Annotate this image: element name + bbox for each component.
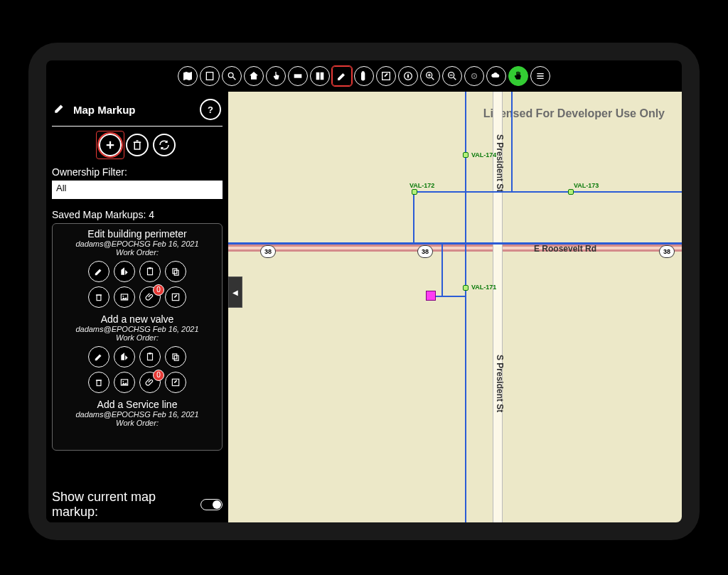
note-button[interactable] — [165, 286, 186, 308]
menu-icon[interactable] — [530, 66, 550, 86]
svg-rect-20 — [134, 142, 140, 149]
svg-line-2 — [232, 77, 235, 80]
markup-item[interactable]: Add a new valve dadams@EPOCHSG Feb 16, 2… — [55, 313, 219, 393]
tablet-frame: Map Markup ? Ownership Filter: All Saved… — [28, 43, 700, 540]
delete-button[interactable] — [88, 286, 109, 308]
svg-line-9 — [432, 77, 434, 80]
search-layer-icon[interactable] — [222, 66, 242, 86]
delete-markup-button[interactable] — [126, 134, 149, 156]
show-current-toggle[interactable] — [200, 499, 223, 510]
image-button[interactable] — [114, 372, 135, 393]
svg-point-30 — [122, 296, 124, 297]
route-shield: 38 — [417, 245, 433, 258]
valve-marker[interactable] — [463, 285, 469, 291]
utility-line — [413, 193, 414, 242]
clipboard-button[interactable] — [139, 346, 161, 367]
pencil-icon — [53, 102, 66, 117]
markup-meta: dadams@EPOCHSG Feb 16, 2021 — [55, 325, 219, 333]
markup-title: Add a new valve — [55, 313, 219, 325]
attachment-badge: 0 — [153, 370, 164, 381]
route-shield: 38 — [659, 245, 675, 258]
copy-button[interactable] — [165, 261, 186, 282]
delete-button[interactable] — [88, 372, 109, 393]
svg-line-12 — [454, 77, 456, 80]
markup-title: Add a Service line — [55, 399, 219, 410]
bookmarks-icon[interactable] — [310, 66, 330, 86]
markup-workorder: Work Order: — [55, 248, 219, 257]
utility-line — [465, 92, 466, 242]
valve-marker[interactable] — [463, 152, 469, 158]
edit-button[interactable] — [88, 346, 109, 367]
svg-rect-26 — [174, 270, 178, 275]
zoom-out-icon[interactable] — [442, 66, 462, 86]
compass-icon[interactable] — [398, 66, 418, 86]
svg-rect-32 — [148, 353, 153, 360]
map-markup-panel: Map Markup ? Ownership Filter: All Saved… — [46, 92, 228, 522]
utility-line — [228, 242, 682, 244]
pan-icon[interactable] — [508, 66, 528, 86]
saved-markup-count: Saved Map Markups: 4 — [52, 209, 223, 220]
home-icon[interactable] — [244, 66, 264, 86]
markup-list[interactable]: Edit building perimeter dadams@EPOCHSG F… — [52, 223, 223, 451]
document-icon[interactable] — [200, 66, 220, 86]
clipboard-button[interactable] — [139, 261, 161, 282]
screen: Map Markup ? Ownership Filter: All Saved… — [46, 60, 682, 522]
maps-icon[interactable] — [178, 66, 198, 86]
locate-icon[interactable] — [464, 66, 484, 86]
panel-collapse-tab[interactable]: ◀ — [228, 276, 242, 308]
utility-line — [566, 191, 682, 193]
help-button[interactable]: ? — [200, 99, 221, 120]
edit-icon[interactable] — [376, 66, 396, 86]
ownership-filter-select[interactable]: All — [52, 181, 223, 199]
svg-point-1 — [228, 72, 233, 77]
svg-rect-3 — [294, 74, 302, 77]
share-button[interactable] — [114, 346, 135, 367]
layers-icon[interactable] — [288, 66, 308, 86]
attachment-button[interactable]: 0 — [139, 372, 161, 393]
copy-button[interactable] — [165, 346, 186, 367]
road-label-president-bottom: S President St — [495, 355, 505, 412]
markup-title: Edit building perimeter — [55, 228, 219, 240]
selected-feature[interactable] — [426, 291, 436, 301]
add-markup-button[interactable] — [99, 134, 122, 156]
route-shield: 38 — [260, 245, 276, 258]
svg-point-39 — [122, 381, 124, 382]
touch-icon[interactable] — [266, 66, 286, 86]
pencil-icon[interactable] — [332, 66, 352, 86]
markup-item[interactable]: Add a Service line dadams@EPOCHSG Feb 16… — [55, 399, 219, 427]
valve-label: VAL-171 — [471, 284, 496, 291]
svg-rect-33 — [149, 353, 151, 354]
main-toolbar — [46, 65, 682, 87]
valve-label: VAL-173 — [574, 182, 599, 189]
note-button[interactable] — [165, 372, 186, 393]
cloud-icon[interactable] — [486, 66, 506, 86]
attachment-badge: 0 — [153, 284, 164, 296]
attachment-button[interactable]: 0 — [139, 286, 161, 308]
show-current-row: Show current map markup: — [52, 490, 223, 520]
show-current-label: Show current map markup: — [52, 490, 200, 520]
svg-rect-34 — [173, 354, 177, 359]
map-canvas[interactable]: Licensed For Developer Use Only ◀ E Roos… — [228, 92, 682, 522]
refresh-markup-button[interactable] — [153, 134, 176, 156]
share-button[interactable] — [114, 261, 135, 282]
valve-marker[interactable] — [568, 189, 574, 195]
svg-rect-25 — [173, 269, 177, 274]
utility-line — [441, 244, 443, 296]
valve-label: VAL-172 — [410, 182, 434, 189]
edit-button[interactable] — [88, 261, 109, 282]
svg-rect-35 — [174, 355, 178, 360]
markup-meta: dadams@EPOCHSG Feb 16, 2021 — [55, 410, 219, 419]
markup-meta: dadams@EPOCHSG Feb 16, 2021 — [55, 240, 219, 248]
zoom-in-icon[interactable] — [420, 66, 440, 86]
svg-rect-24 — [149, 267, 151, 269]
marker-icon[interactable] — [354, 66, 374, 86]
svg-rect-0 — [206, 72, 213, 80]
road-label-president-top: S President St — [495, 134, 505, 192]
ownership-filter-label: Ownership Filter: — [52, 166, 223, 178]
valve-marker[interactable] — [412, 189, 417, 195]
svg-rect-27 — [97, 295, 101, 301]
panel-title: Map Markup — [73, 104, 136, 116]
image-button[interactable] — [114, 286, 135, 308]
valve-label: VAL-174 — [471, 151, 496, 158]
markup-item[interactable]: Edit building perimeter dadams@EPOCHSG F… — [55, 228, 219, 308]
